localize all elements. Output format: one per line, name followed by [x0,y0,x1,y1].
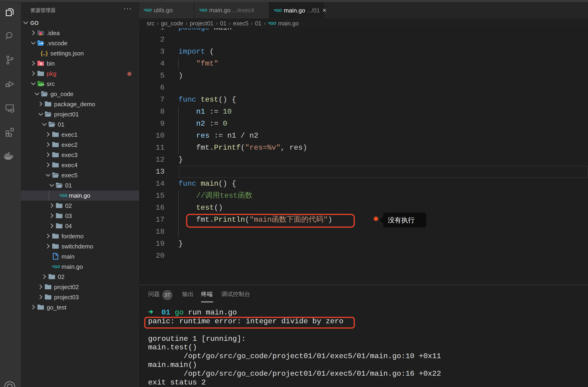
svg-text:</>: </> [39,83,44,87]
svg-text:GO: GO [146,8,152,12]
svg-text:GO: GO [201,8,207,12]
svg-text:GO: GO [54,265,60,269]
svg-text:{..}: {..} [41,50,48,56]
svg-text:GO: GO [276,8,282,13]
svg-text:GO: GO [62,194,67,198]
svg-text:GO: GO [270,21,276,25]
